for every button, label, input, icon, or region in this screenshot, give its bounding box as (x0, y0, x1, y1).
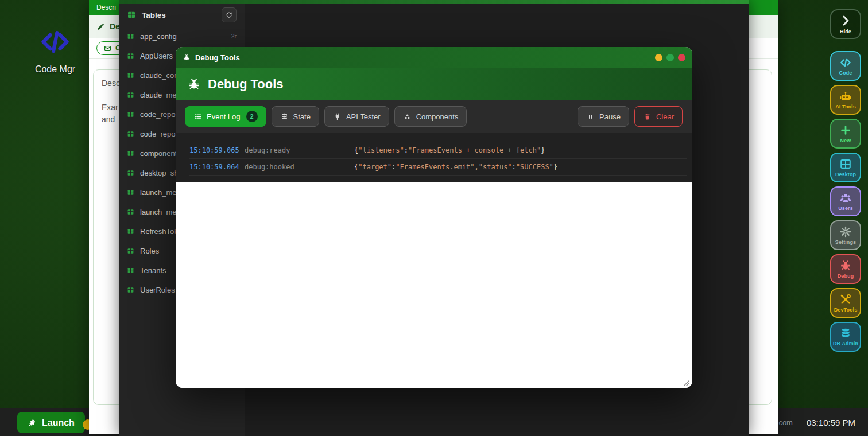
debug-titlebar-title: Debug Tools (195, 53, 650, 62)
maximize-light[interactable] (666, 54, 674, 61)
table-grid-icon (127, 208, 134, 216)
dock-item-label: Settings (835, 239, 856, 245)
dock-item-db-admin[interactable]: DB Admin (830, 322, 861, 352)
tables-header: Tables (119, 4, 245, 26)
gear-icon (839, 225, 852, 238)
dock-item-label: Debug (838, 273, 854, 279)
table-grid-icon (127, 52, 134, 60)
pause-label: Pause (599, 112, 621, 121)
dock-item-ai-tools[interactable]: AI Tools (830, 85, 861, 115)
clear-button[interactable]: Clear (634, 106, 683, 127)
dock-item-label: DevTools (834, 307, 858, 313)
debug-tabs: Event Log2StateAPI TesterComponents (185, 106, 467, 127)
debug-header-title: Debug Tools (208, 77, 284, 92)
tools-icon (839, 293, 852, 306)
clear-label: Clear (656, 112, 674, 121)
dock-item-label: AI Tools (835, 104, 856, 110)
event-timestamp: 15:10:59.065 (189, 146, 245, 154)
table-row[interactable]: app_config2r (119, 26, 245, 46)
rocket-icon (28, 418, 37, 427)
bug-icon (839, 259, 852, 272)
tab-state[interactable]: State (272, 106, 319, 127)
debug-window-header: Debug Tools (176, 68, 692, 100)
dock-item-desktop[interactable]: Desktop (830, 153, 861, 182)
refresh-tables-button[interactable] (222, 7, 237, 22)
table-grid-icon (127, 130, 134, 138)
close-light[interactable] (678, 54, 685, 61)
table-grid-icon (127, 169, 134, 177)
debug-window-titlebar[interactable]: Debug Tools (176, 47, 692, 68)
tab-components[interactable]: Components (394, 106, 467, 127)
dock-item-label: Hide (840, 29, 851, 34)
pause-button[interactable]: Pause (578, 106, 629, 127)
bug-icon (183, 53, 191, 61)
debug-toolbar: Event Log2StateAPI TesterComponents Paus… (176, 100, 692, 133)
db-icon (280, 112, 289, 121)
table-name: app_config (140, 32, 226, 41)
bug-icon (187, 77, 201, 91)
taskbar-status: .com 03:10:59 PM (777, 408, 855, 436)
event-name: debug:hooked (245, 163, 354, 171)
table-grid-icon (127, 72, 134, 79)
resize-handle[interactable] (683, 379, 690, 386)
tab-badge: 2 (246, 111, 258, 122)
event-name: debug:ready (245, 146, 354, 154)
event-log-row: 15:10:59.064debug:hooked{"target":"Frame… (189, 159, 687, 176)
dock-item-label: Users (838, 205, 853, 211)
dock-item-new[interactable]: New (830, 119, 861, 149)
tab-label: Components (416, 112, 459, 121)
db-icon (839, 327, 852, 340)
dock-item-code[interactable]: Code (830, 51, 861, 81)
table-grid-icon (127, 247, 134, 255)
plus-icon (839, 124, 852, 137)
minimize-light[interactable] (655, 54, 662, 61)
event-timestamp: 15:10:59.064 (189, 163, 245, 171)
tab-api-tester[interactable]: API Tester (324, 106, 389, 127)
table-grid-icon (127, 228, 134, 235)
dock-item-label: Desktop (835, 172, 856, 177)
dock-item-users[interactable]: Users (830, 186, 861, 216)
event-log-list: 15:10:59.065debug:ready{"listeners":"Fra… (176, 133, 692, 182)
table-grid-icon (127, 150, 134, 157)
db-admin-titlebar-edge (119, 0, 749, 4)
event-log-row: 15:10:59.065debug:ready{"listeners":"Fra… (189, 142, 687, 159)
code-icon (839, 56, 852, 69)
table-grid-icon (127, 33, 134, 40)
event-payload: {"target":"FramesEvents.emit","status":"… (354, 163, 557, 171)
list-icon (193, 112, 202, 121)
event-payload: {"listeners":"FramesEvents + console + f… (354, 146, 545, 154)
pencil-icon (96, 22, 105, 31)
desktop: Code Mgr Launch .com 03:10:59 PM Descri … (0, 0, 868, 436)
dock-item-devtools[interactable]: DevTools (830, 288, 861, 318)
pause-icon (586, 112, 595, 121)
tab-label: API Tester (346, 112, 381, 121)
table-grid-icon (127, 189, 134, 196)
envelope-icon (104, 45, 111, 52)
shortcut-label: Code Mgr (23, 64, 87, 75)
table-grid-icon (127, 10, 136, 20)
tab-label: State (293, 112, 311, 121)
users-icon (839, 192, 852, 204)
table-grid-icon (127, 91, 134, 99)
dock-item-settings[interactable]: Settings (830, 220, 861, 250)
table-row-count: 2r (231, 33, 237, 40)
dock-item-label: New (840, 138, 851, 143)
table-grid-icon (127, 111, 134, 118)
tab-event-log[interactable]: Event Log2 (185, 106, 266, 127)
robot-icon (839, 90, 852, 103)
launch-label: Launch (42, 418, 75, 428)
table-grid-icon (127, 286, 134, 294)
dock: HideCodeAI ToolsNewDesktopUsersSettingsD… (830, 9, 861, 352)
dock-item-hide[interactable]: Hide (830, 9, 861, 39)
debug-window-body (176, 182, 692, 388)
chevron-right-icon (839, 14, 852, 28)
launch-button[interactable]: Launch (17, 412, 85, 433)
dock-item-debug[interactable]: Debug (830, 254, 861, 284)
plug-icon (333, 112, 342, 121)
window-traffic-lights (655, 54, 685, 61)
tables-title: Tables (142, 11, 216, 20)
components-icon (403, 112, 412, 121)
code-icon (38, 50, 72, 60)
trash-icon (643, 112, 652, 121)
desktop-shortcut-code-mgr[interactable]: Code Mgr (23, 25, 87, 75)
